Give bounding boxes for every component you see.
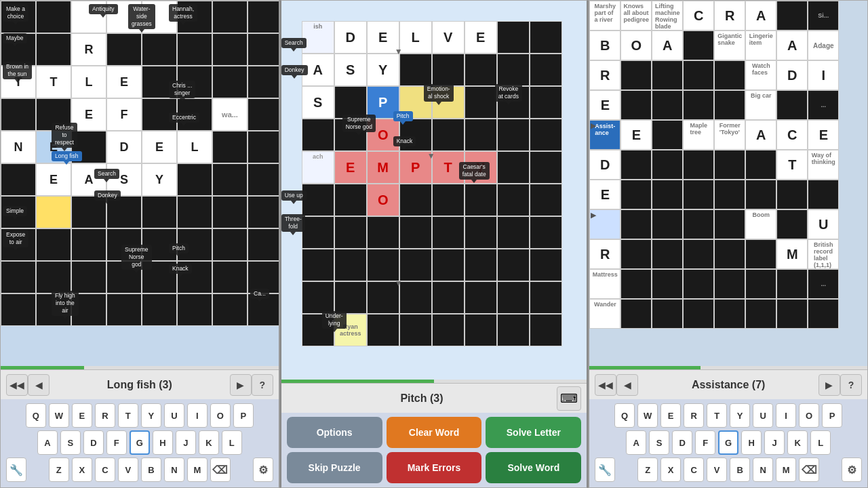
right-key-a[interactable]: A <box>626 430 646 455</box>
solve-word-btn[interactable]: Solve Word <box>486 452 581 483</box>
mc-cell <box>497 281 530 314</box>
mc-cell <box>367 216 399 249</box>
left-key-g[interactable]: G <box>130 430 150 455</box>
right-key-s[interactable]: S <box>649 430 669 455</box>
right-key-h[interactable]: H <box>741 430 762 455</box>
left-key-h[interactable]: H <box>153 430 173 455</box>
left-key-z[interactable]: Z <box>49 458 69 482</box>
right-key-c[interactable]: C <box>684 458 704 482</box>
right-key-i[interactable]: I <box>776 403 796 428</box>
right-key-g[interactable]: G <box>718 430 738 455</box>
left-help-btn[interactable]: ? <box>252 374 273 396</box>
left-key-d[interactable]: D <box>83 430 104 455</box>
right-key-x[interactable]: X <box>660 458 681 482</box>
lp-cell: L <box>71 66 106 98</box>
rp-cell <box>652 269 683 299</box>
mc-cell: E <box>465 21 497 54</box>
left-key-v[interactable]: V <box>118 458 138 482</box>
middle-keyboard-btn[interactable]: ⌨ <box>557 386 581 411</box>
right-key-t[interactable]: T <box>707 403 727 428</box>
left-forward-btn[interactable]: ▶ <box>230 374 252 396</box>
left-key-p[interactable]: P <box>233 403 254 428</box>
mark-errors-btn[interactable]: Mark Errors <box>387 452 482 483</box>
left-back-btn[interactable]: ◀ <box>28 374 50 396</box>
left-key-m[interactable]: M <box>187 458 208 482</box>
rp-cell: A <box>776 30 808 60</box>
right-key-z[interactable]: Z <box>637 458 658 482</box>
left-key-a[interactable]: A <box>37 430 58 455</box>
right-key-n[interactable]: N <box>753 458 773 482</box>
left-key-backspace[interactable]: ⌫ <box>210 458 231 482</box>
mc-cell <box>334 249 367 281</box>
left-key-y[interactable]: Y <box>141 403 161 428</box>
rp-cell <box>620 60 652 90</box>
right-key-v[interactable]: V <box>707 458 727 482</box>
left-key-tools[interactable]: 🔧 <box>6 458 26 482</box>
rp-cell: Watchfaces <box>745 60 776 90</box>
left-key-t[interactable]: T <box>118 403 138 428</box>
mc-cell: L <box>399 21 432 54</box>
mc-cell <box>465 281 497 314</box>
solve-letter-btn[interactable]: Solve Letter <box>486 417 581 448</box>
left-key-q[interactable]: Q <box>26 403 46 428</box>
right-key-settings[interactable]: ⚙ <box>842 458 862 482</box>
left-key-x[interactable]: X <box>72 458 92 482</box>
rp-cell <box>714 90 745 120</box>
left-key-e[interactable]: E <box>72 403 92 428</box>
right-key-r[interactable]: R <box>684 403 704 428</box>
left-key-o[interactable]: O <box>210 403 231 428</box>
left-key-n[interactable]: N <box>164 458 184 482</box>
left-key-w[interactable]: W <box>49 403 69 428</box>
left-key-l[interactable]: L <box>222 430 242 455</box>
left-key-f[interactable]: F <box>106 430 127 455</box>
lp-cell: T <box>36 66 71 98</box>
right-key-p[interactable]: P <box>822 403 842 428</box>
mc-cell: Ryanactress <box>334 314 367 346</box>
right-key-m[interactable]: M <box>776 458 796 482</box>
lp-cell: D <box>106 131 142 163</box>
mc-cell <box>497 216 530 249</box>
right-key-y[interactable]: Y <box>730 403 750 428</box>
right-key-q[interactable]: Q <box>614 403 635 428</box>
left-key-b[interactable]: B <box>141 458 161 482</box>
right-key-f[interactable]: F <box>695 430 715 455</box>
rp-cell: Wander <box>589 299 620 329</box>
right-key-d[interactable]: D <box>672 430 692 455</box>
right-key-o[interactable]: O <box>799 403 819 428</box>
left-key-settings[interactable]: ⚙ <box>253 458 273 482</box>
rp-cell <box>683 30 714 60</box>
lp-cell <box>1 98 36 131</box>
right-key-b[interactable]: B <box>730 458 750 482</box>
left-key-c[interactable]: C <box>95 458 115 482</box>
rp-cell <box>776 90 808 120</box>
left-back-double-btn[interactable]: ◀◀ <box>6 374 28 396</box>
rp-cell <box>652 90 683 120</box>
right-help-btn[interactable]: ? <box>840 374 862 396</box>
right-key-tools[interactable]: 🔧 <box>595 458 615 482</box>
left-key-i[interactable]: I <box>187 403 208 428</box>
right-back-btn[interactable]: ◀ <box>616 374 638 396</box>
right-key-l[interactable]: L <box>810 430 831 455</box>
right-key-j[interactable]: J <box>764 430 785 455</box>
rp-cell <box>620 239 652 269</box>
lp-cell: S <box>106 163 142 196</box>
left-key-s[interactable]: S <box>60 430 81 455</box>
right-forward-btn[interactable]: ▶ <box>818 374 840 396</box>
left-key-r[interactable]: R <box>95 403 115 428</box>
right-back-double-btn[interactable]: ◀◀ <box>595 374 616 396</box>
left-key-j[interactable]: J <box>176 430 196 455</box>
rp-cell <box>808 180 839 209</box>
right-key-backspace[interactable]: ⌫ <box>799 458 819 482</box>
options-btn[interactable]: Options <box>287 417 382 448</box>
clear-word-btn[interactable]: Clear Word <box>387 417 482 448</box>
right-key-u[interactable]: U <box>753 403 773 428</box>
right-key-k[interactable]: K <box>787 430 808 455</box>
right-key-w[interactable]: W <box>637 403 658 428</box>
left-key-k[interactable]: K <box>199 430 219 455</box>
rp-cell <box>652 239 683 269</box>
left-key-u[interactable]: U <box>164 403 184 428</box>
skip-puzzle-btn[interactable]: Skip Puzzle <box>287 452 382 483</box>
right-key-e[interactable]: E <box>660 403 681 428</box>
mc-cell: P <box>367 86 399 119</box>
arrow-d1: ▼ <box>395 47 403 56</box>
